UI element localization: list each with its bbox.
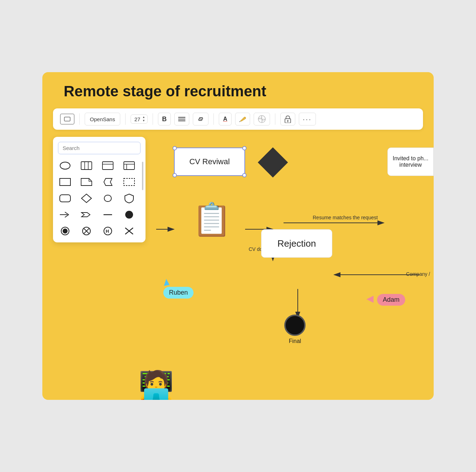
svg-text:H: H — [106, 229, 109, 234]
final-circle[interactable] — [284, 315, 306, 336]
svg-point-27 — [125, 211, 133, 219]
pen-button[interactable] — [235, 113, 250, 125]
shape-circle-filled[interactable] — [122, 208, 136, 221]
shapes-grid: H — [58, 159, 141, 237]
text-color-button[interactable]: A — [219, 113, 232, 125]
shape-folded[interactable] — [79, 176, 94, 188]
link-button[interactable] — [193, 113, 208, 125]
svg-rect-16 — [102, 162, 113, 170]
cursor-ruben-arrow — [163, 279, 170, 286]
rejection-node[interactable]: Rejection — [261, 229, 332, 258]
font-size-down[interactable]: ▼ — [142, 119, 145, 123]
svg-rect-22 — [124, 178, 134, 186]
svg-rect-25 — [104, 195, 111, 202]
lock-button[interactable] — [280, 113, 295, 125]
shape-shield[interactable] — [122, 192, 136, 205]
shape-diamond[interactable] — [79, 192, 94, 205]
shape-x-mark[interactable] — [122, 225, 136, 237]
font-size-up[interactable]: ▲ — [142, 116, 145, 119]
font-size-value: 27 — [133, 116, 142, 122]
text-color-label: A — [223, 116, 227, 122]
svg-rect-0 — [64, 117, 70, 121]
handle-tl[interactable] — [173, 146, 177, 150]
shape-rectangle[interactable] — [58, 176, 72, 188]
svg-rect-23 — [60, 195, 70, 202]
diamond-node[interactable] — [258, 148, 288, 178]
invited-node[interactable]: Invited to ph...interview — [387, 148, 434, 176]
shapes-search-input[interactable] — [58, 142, 141, 154]
shape-card1[interactable] — [101, 159, 115, 172]
arrow-label-resume: Resume matches the request — [313, 214, 355, 221]
toolbar-divider-2 — [125, 113, 126, 125]
shape-stadium[interactable] — [101, 192, 115, 205]
lego-figure: 🧑‍💻 — [138, 371, 174, 400]
invited-label: Invited to ph...interview — [393, 155, 429, 168]
shape-chevron-left[interactable] — [101, 176, 115, 188]
font-selector[interactable]: OpenSans — [85, 113, 120, 125]
user-bubble-ruben: Ruben — [163, 287, 194, 299]
shape-card2[interactable] — [122, 159, 136, 172]
svg-point-10 — [287, 120, 289, 122]
rejection-label: Rejection — [277, 238, 316, 249]
svg-rect-21 — [60, 178, 70, 186]
svg-rect-13 — [81, 162, 92, 170]
shape-arrow-chevron[interactable] — [79, 208, 94, 221]
shape-circle-target[interactable] — [58, 225, 72, 237]
svg-rect-18 — [124, 162, 134, 170]
cv-revival-label: CV Reviwal — [189, 157, 230, 166]
diagram-canvas[interactable]: H — [42, 130, 434, 400]
user-bubble-adam: Adam — [377, 294, 405, 306]
font-size-arrows[interactable]: ▲ ▼ — [142, 116, 145, 123]
toolbar-divider-3 — [153, 113, 153, 125]
bold-button[interactable]: B — [158, 113, 171, 125]
shape-columns[interactable] — [79, 159, 94, 172]
handle-tr[interactable] — [242, 146, 247, 150]
handle-br[interactable] — [242, 173, 247, 177]
shape-circle-x[interactable] — [79, 225, 94, 237]
more-button[interactable]: ··· — [299, 113, 316, 125]
final-label: Final — [289, 338, 301, 344]
shape-dashed-rect[interactable] — [122, 176, 136, 188]
cv-revival-node[interactable]: CV Reviwal — [174, 148, 245, 176]
shape-line[interactable] — [101, 208, 115, 221]
shape-selector-button[interactable] — [60, 114, 74, 124]
svg-point-12 — [60, 162, 70, 169]
toolbar: OpenSans 27 ▲ ▼ B — [53, 108, 423, 130]
cursor-ruben: Ruben — [163, 279, 194, 299]
shape-arrow-right[interactable] — [58, 208, 72, 221]
shapes-panel: H — [53, 137, 146, 242]
app-container: Remote stage of recruitment OpenSans 27 … — [42, 72, 434, 400]
page-title: Remote stage of recruitment — [42, 83, 434, 108]
cursor-adam-arrow — [366, 296, 374, 303]
toolbar-divider-1 — [79, 113, 80, 125]
shape-rounded-rect[interactable] — [58, 192, 72, 205]
arrow-label-company: Company / — [406, 271, 430, 277]
toolbar-divider-5 — [275, 113, 275, 125]
clipboard-image: 📋 — [192, 201, 232, 238]
svg-line-5 — [239, 121, 240, 122]
shapes-scrollbar[interactable] — [142, 162, 143, 190]
pattern-button[interactable] — [254, 113, 270, 125]
cursor-adam-wrap: Adam — [366, 293, 405, 306]
handle-bl[interactable] — [173, 173, 177, 177]
toolbar-divider-4 — [213, 113, 214, 125]
shape-ellipse[interactable] — [58, 159, 72, 172]
shape-circle-h[interactable]: H — [101, 225, 115, 237]
final-node-wrap: Final — [284, 315, 306, 344]
font-size-control[interactable]: 27 ▲ ▼ — [131, 114, 148, 124]
svg-marker-24 — [81, 194, 91, 203]
align-button[interactable] — [174, 113, 189, 125]
svg-point-29 — [63, 229, 68, 234]
